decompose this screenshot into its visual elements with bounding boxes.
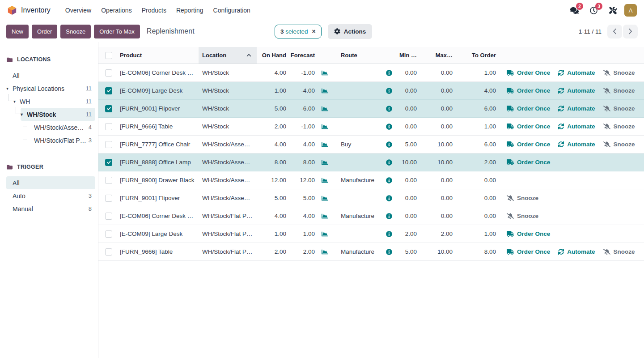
forecast-cell[interactable]: 4.00 bbox=[288, 141, 317, 148]
forecast-cell[interactable]: -1.00 bbox=[288, 123, 317, 130]
pager-previous-button[interactable] bbox=[607, 25, 622, 38]
location-cell[interactable]: WH/Stock bbox=[199, 87, 257, 94]
column-header-max[interactable]: Max… bbox=[419, 52, 454, 59]
to-order-cell[interactable]: 8.00 bbox=[454, 248, 498, 255]
min-cell[interactable]: 0.00 bbox=[395, 69, 419, 76]
column-header-location[interactable]: Location bbox=[199, 47, 257, 64]
on-hand-cell[interactable]: 4.00 bbox=[257, 213, 288, 219]
forecast-chart-icon[interactable] bbox=[321, 124, 328, 130]
product-cell[interactable]: [FURN_9001] Flipover bbox=[116, 195, 199, 201]
info-icon[interactable] bbox=[386, 141, 392, 148]
pager-next-button[interactable] bbox=[623, 25, 638, 38]
location-cell[interactable]: WH/Stock/Asse… bbox=[199, 141, 257, 148]
row-checkbox[interactable] bbox=[105, 177, 112, 184]
product-cell[interactable]: [E-COM06] Corner Desk … bbox=[116, 69, 199, 76]
table-row[interactable]: [FURN_9666] TableWH/Stock2.00-1.000.000.… bbox=[98, 118, 644, 136]
order-once-button[interactable]: Order Once bbox=[507, 248, 550, 255]
on-hand-cell[interactable]: 4.00 bbox=[257, 69, 288, 76]
info-icon[interactable] bbox=[386, 159, 392, 166]
min-cell[interactable]: 10.00 bbox=[395, 159, 419, 166]
to-order-cell[interactable]: 1.00 bbox=[454, 69, 498, 76]
column-header-on-hand[interactable]: On Hand bbox=[257, 52, 288, 59]
max-cell[interactable]: 0.00 bbox=[419, 123, 454, 130]
automate-button[interactable]: Automate bbox=[558, 248, 595, 255]
info-icon[interactable] bbox=[386, 70, 392, 76]
on-hand-cell[interactable]: 8.00 bbox=[257, 159, 288, 166]
new-button[interactable]: New bbox=[6, 25, 29, 38]
min-cell[interactable]: 0.00 bbox=[395, 105, 419, 112]
product-cell[interactable]: [FURN_9666] Table bbox=[116, 123, 199, 130]
to-order-cell[interactable]: 4.00 bbox=[454, 87, 498, 94]
order-once-button[interactable]: Order Once bbox=[507, 141, 550, 148]
to-order-cell[interactable]: 1.00 bbox=[454, 230, 498, 237]
forecast-cell[interactable]: 8.00 bbox=[288, 159, 317, 166]
caret-down-icon[interactable]: ▾ bbox=[21, 112, 27, 117]
column-header-to-order[interactable]: To Order bbox=[454, 52, 498, 59]
forecast-chart-icon[interactable] bbox=[321, 159, 328, 166]
max-cell[interactable]: 0.00 bbox=[419, 87, 454, 94]
row-checkbox[interactable] bbox=[105, 87, 112, 94]
info-icon[interactable] bbox=[386, 88, 392, 94]
forecast-cell[interactable]: 2.00 bbox=[288, 248, 317, 255]
snooze-row-button[interactable]: Snooze bbox=[603, 248, 635, 255]
snooze-row-button[interactable]: Snooze bbox=[507, 213, 538, 219]
to-order-cell[interactable]: 6.00 bbox=[454, 141, 498, 148]
max-cell[interactable]: 0.00 bbox=[419, 195, 454, 201]
caret-down-icon[interactable]: ▾ bbox=[6, 86, 13, 91]
table-row[interactable]: [FURN_9001] FlipoverWH/Stock5.00-6.000.0… bbox=[98, 100, 644, 118]
table-row[interactable]: [E-COM09] Large DeskWH/Stock1.00-4.000.0… bbox=[98, 82, 644, 100]
snooze-row-button[interactable]: Snooze bbox=[603, 69, 635, 76]
table-row[interactable]: [E-COM06] Corner Desk …WH/Stock4.00-1.00… bbox=[98, 64, 644, 82]
product-cell[interactable]: [FURN_9001] Flipover bbox=[116, 105, 199, 112]
to-order-cell[interactable]: 6.00 bbox=[454, 105, 498, 112]
location-cell[interactable]: WH/Stock/Flat P… bbox=[199, 248, 257, 255]
product-cell[interactable]: [FURN_8888] Office Lamp bbox=[116, 159, 199, 166]
forecast-chart-icon[interactable] bbox=[321, 70, 328, 76]
nav-configuration[interactable]: Configuration bbox=[208, 4, 255, 17]
route-cell[interactable]: Manufacture bbox=[333, 213, 383, 219]
min-cell[interactable]: 0.00 bbox=[395, 123, 419, 130]
sidebar-filter-auto[interactable]: Auto3 bbox=[0, 189, 98, 202]
snooze-row-button[interactable]: Snooze bbox=[603, 105, 635, 112]
forecast-cell[interactable]: -4.00 bbox=[288, 87, 317, 94]
nav-reporting[interactable]: Reporting bbox=[171, 4, 208, 17]
location-cell[interactable]: WH/Stock bbox=[199, 123, 257, 130]
info-icon[interactable] bbox=[386, 213, 392, 219]
nav-products[interactable]: Products bbox=[137, 4, 171, 17]
info-icon[interactable] bbox=[386, 124, 392, 130]
table-row[interactable]: [FURN_8900] Drawer BlackWH/Stock/Asse…12… bbox=[98, 171, 644, 189]
order-once-button[interactable]: Order Once bbox=[507, 230, 550, 237]
sidebar-filter-all[interactable]: All bbox=[0, 176, 98, 189]
location-cell[interactable]: WH/Stock/Asse… bbox=[199, 177, 257, 183]
actions-button[interactable]: Actions bbox=[328, 24, 373, 39]
forecast-chart-icon[interactable] bbox=[321, 213, 328, 219]
column-header-min[interactable]: Min … bbox=[395, 52, 419, 59]
user-avatar[interactable]: A bbox=[624, 4, 637, 17]
location-cell[interactable]: WH/Stock bbox=[199, 105, 257, 112]
to-order-cell[interactable]: 0.00 bbox=[454, 213, 498, 219]
max-cell[interactable]: 0.00 bbox=[419, 213, 454, 219]
max-cell[interactable]: 10.00 bbox=[419, 248, 454, 255]
max-cell[interactable]: 0.00 bbox=[419, 69, 454, 76]
row-checkbox[interactable] bbox=[105, 105, 112, 112]
forecast-cell[interactable]: 12.00 bbox=[288, 177, 317, 183]
info-icon[interactable] bbox=[386, 231, 392, 237]
order-button[interactable]: Order bbox=[32, 25, 57, 38]
min-cell[interactable]: 2.00 bbox=[395, 230, 419, 237]
min-cell[interactable]: 0.00 bbox=[395, 213, 419, 219]
on-hand-cell[interactable]: 2.00 bbox=[257, 123, 288, 130]
row-checkbox[interactable] bbox=[105, 230, 112, 238]
route-cell[interactable]: Manufacture bbox=[333, 248, 383, 255]
to-order-cell[interactable]: 0.00 bbox=[454, 195, 498, 201]
product-cell[interactable]: [FURN_7777] Office Chair bbox=[116, 141, 199, 148]
info-icon[interactable] bbox=[386, 195, 392, 201]
min-cell[interactable]: 0.00 bbox=[395, 177, 419, 183]
max-cell[interactable]: 10.00 bbox=[419, 159, 454, 166]
info-icon[interactable] bbox=[386, 177, 392, 183]
snooze-row-button[interactable]: Snooze bbox=[603, 141, 635, 148]
forecast-cell[interactable]: -6.00 bbox=[288, 105, 317, 112]
automate-button[interactable]: Automate bbox=[558, 141, 595, 148]
snooze-row-button[interactable]: Snooze bbox=[603, 87, 635, 94]
forecast-chart-icon[interactable] bbox=[321, 195, 328, 201]
sidebar-filter-wh[interactable]: ▾WH11 bbox=[0, 95, 98, 108]
